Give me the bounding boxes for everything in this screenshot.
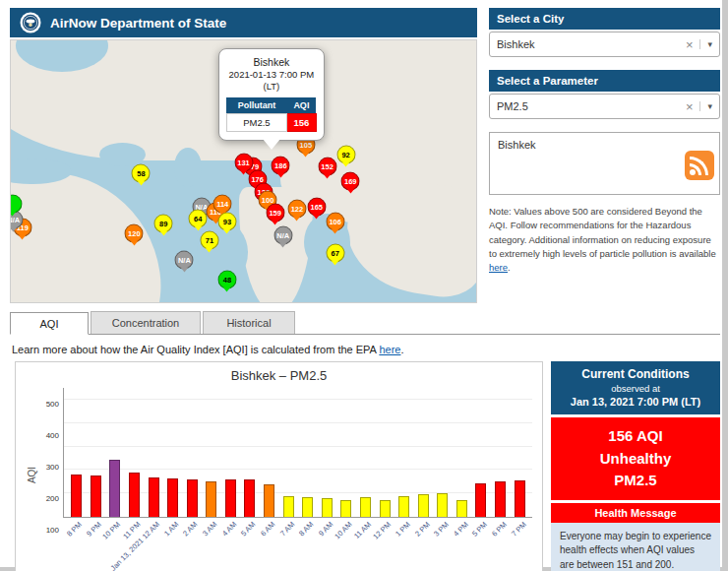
chevron-down-icon[interactable]: ▾ xyxy=(699,101,712,111)
note-here-link[interactable]: here xyxy=(489,262,508,273)
chart-bar-slot xyxy=(318,388,337,517)
epa-line: Learn more about how the Air Quality Ind… xyxy=(12,344,722,355)
y-tick-label: 500 xyxy=(46,400,59,409)
rss-feed-icon[interactable] xyxy=(685,151,714,180)
chart-bar[interactable] xyxy=(437,493,448,517)
popup-datetime: 2021-01-13 7:00 PM (LT) xyxy=(226,69,317,93)
x-tick-label: 6 AM xyxy=(259,520,276,538)
x-tick-label: 2 PM xyxy=(413,520,432,539)
chart-bar[interactable] xyxy=(456,500,467,517)
x-tick: 5 AM xyxy=(240,518,260,561)
chart-bar-slot xyxy=(260,388,279,517)
tab-historical[interactable]: Historical xyxy=(203,311,295,334)
feed-city-label: Bishkek xyxy=(498,139,536,151)
map-marker[interactable]: 152 xyxy=(318,158,336,176)
chart-bar[interactable] xyxy=(398,496,409,517)
map-marker[interactable]: 131 xyxy=(234,154,253,172)
chart-x-labels: 8 PM9 PM10 PM11 PMJan 13, 2021 12 AM1 AM… xyxy=(63,518,532,561)
epa-text: Learn more about how the Air Quality Ind… xyxy=(12,344,379,355)
x-tick-label: 6 PM xyxy=(490,520,509,539)
map-marker[interactable]: 114 xyxy=(213,194,232,213)
chart-bar[interactable] xyxy=(340,500,351,517)
chart-bar[interactable] xyxy=(225,479,236,517)
map-marker[interactable]: 165 xyxy=(307,197,326,216)
chart-bar-slot xyxy=(413,388,433,517)
map-marker[interactable]: 71 xyxy=(200,231,218,250)
tab-concentration[interactable]: Concentration xyxy=(91,311,201,334)
chart-bar[interactable] xyxy=(244,479,255,517)
x-tick: 4 PM xyxy=(453,518,472,561)
left-column: AirNow Department of State 5817918610592… xyxy=(10,8,477,303)
chart-bar-slot xyxy=(471,388,491,517)
chart-bar[interactable] xyxy=(322,498,333,517)
chart-bar[interactable] xyxy=(475,483,486,517)
y-tick-label: 100 xyxy=(46,526,59,535)
y-axis-title: AQI xyxy=(26,388,39,561)
current-aqi-value: 156 AQI xyxy=(555,425,716,448)
chart-bar-slot xyxy=(433,388,453,517)
map-marker[interactable]: 64 xyxy=(189,209,208,227)
chart-bar[interactable] xyxy=(71,475,82,517)
map-marker[interactable]: 48 xyxy=(217,270,236,288)
chevron-down-icon[interactable]: ▾ xyxy=(699,39,712,49)
chart-bar[interactable] xyxy=(149,477,159,517)
map-marker[interactable]: 89 xyxy=(154,214,173,232)
x-tick: 7 PM xyxy=(510,518,529,561)
map-marker[interactable]: 58 xyxy=(132,164,151,183)
chart-y-axis: 100200300400500 xyxy=(39,388,63,561)
tab-aqi[interactable]: AQI xyxy=(10,312,89,335)
x-tick: 11 AM xyxy=(355,518,375,561)
x-tick: 12 PM xyxy=(375,518,394,561)
chart-bar[interactable] xyxy=(515,480,525,517)
map-marker[interactable]: 120 xyxy=(125,224,144,243)
map-marker[interactable]: 92 xyxy=(336,146,355,164)
chart-bar-slot xyxy=(221,388,241,517)
clear-icon[interactable]: × xyxy=(679,37,700,52)
clear-icon[interactable]: × xyxy=(679,99,700,114)
sidebar: Select a City Bishkek × ▾ Select a Param… xyxy=(489,8,720,303)
map-marker[interactable]: 122 xyxy=(287,199,306,218)
city-select[interactable]: Bishkek × ▾ xyxy=(489,32,720,57)
parameter-select[interactable]: PM2.5 × ▾ xyxy=(489,94,720,119)
map-marker[interactable]: N/A xyxy=(175,251,194,270)
chart-bar[interactable] xyxy=(302,497,313,517)
chart-bar-slot xyxy=(144,388,163,517)
chart-bar[interactable] xyxy=(109,460,120,517)
city-select-value: Bishkek xyxy=(497,38,679,50)
x-tick: 5 PM xyxy=(471,518,491,561)
chart-bar[interactable] xyxy=(380,500,391,517)
map-marker[interactable]: 67 xyxy=(326,244,344,263)
epa-here-link[interactable]: here xyxy=(379,344,400,355)
chart-bar[interactable] xyxy=(206,481,216,517)
popup-city: Bishkek xyxy=(226,56,317,68)
chart-bar[interactable] xyxy=(418,494,429,517)
note-body: Note: Values above 500 are considered Be… xyxy=(489,206,716,259)
x-tick: 9 PM xyxy=(86,518,105,561)
chart-bar[interactable] xyxy=(495,481,506,517)
chart-bar[interactable] xyxy=(360,497,371,517)
top-row: AirNow Department of State 5817918610592… xyxy=(10,8,720,303)
map-sea xyxy=(99,143,146,166)
chart-bar[interactable] xyxy=(283,496,294,517)
x-tick-label: 10 AM xyxy=(333,520,353,540)
map-marker[interactable]: 169 xyxy=(341,172,360,191)
chart-bar[interactable] xyxy=(129,473,140,517)
map-marker[interactable]: 186 xyxy=(272,157,290,175)
app-title: AirNow Department of State xyxy=(50,16,226,31)
map-marker[interactable]: 159 xyxy=(266,203,284,222)
observed-datetime: Jan 13, 2021 7:00 PM (LT) xyxy=(555,396,716,408)
chart-bar[interactable] xyxy=(187,479,198,517)
x-tick: 7 AM xyxy=(278,518,298,561)
parameter-select-value: PM2.5 xyxy=(497,100,679,112)
chart-bar[interactable] xyxy=(264,484,274,517)
x-tick: Jan 13, 2021 12 AM xyxy=(144,518,163,561)
y-tick-label: 400 xyxy=(46,431,59,440)
chart-bar[interactable] xyxy=(167,478,178,517)
chart-bar-slot xyxy=(105,388,125,517)
x-tick: 8 PM xyxy=(66,518,86,561)
aqi-map[interactable]: 5817918610592152169176138131N/A641101149… xyxy=(10,39,477,303)
map-marker[interactable]: N/A xyxy=(273,225,292,244)
chart-bar[interactable] xyxy=(91,476,101,517)
map-marker[interactable]: 93 xyxy=(217,213,236,231)
map-marker[interactable]: 106 xyxy=(326,213,344,231)
